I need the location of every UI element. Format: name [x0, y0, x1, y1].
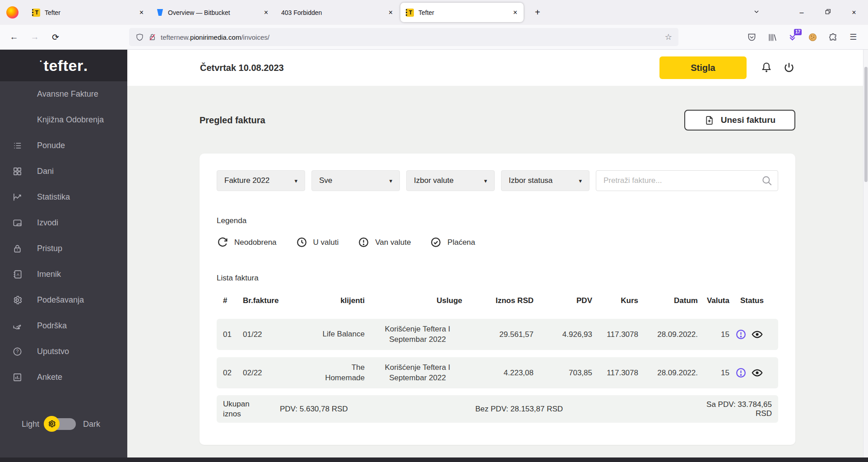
- add-invoice-button[interactable]: Unesi fakturu: [684, 110, 795, 131]
- sidebar-item-podesavanja[interactable]: Podešavanja: [0, 287, 127, 313]
- status-exclamation-icon[interactable]: [735, 367, 747, 379]
- currency-filter-dropdown[interactable]: Izbor valute ▾: [406, 170, 495, 191]
- list-all-tabs-icon[interactable]: [752, 8, 761, 17]
- menu-icon[interactable]: ☰: [846, 30, 860, 44]
- notifications-bell-icon[interactable]: [760, 61, 773, 74]
- sun-gear-icon: [47, 420, 56, 428]
- sidebar-item-label: Dani: [37, 167, 54, 176]
- sidebar-item-podrska[interactable]: Podrška: [0, 313, 127, 339]
- view-eye-icon[interactable]: [751, 367, 763, 379]
- tab-close-icon[interactable]: ×: [262, 8, 270, 17]
- tab-close-icon[interactable]: ×: [138, 8, 145, 17]
- sidebar-item-knjizna-odobrenja[interactable]: Knjižna Odobrenja: [0, 107, 127, 133]
- url-text[interactable]: tefternew.pionirimedia.com/invoices/: [161, 33, 269, 41]
- downloads-icon[interactable]: 17: [785, 30, 799, 44]
- sidebar-item-label: Pristup: [37, 244, 62, 253]
- sidebar-item-pristup[interactable]: Pristup: [0, 236, 127, 261]
- chevron-down-icon: ▾: [484, 177, 487, 184]
- scrollbar-thumb[interactable]: [864, 67, 868, 182]
- logout-power-icon[interactable]: [783, 61, 795, 74]
- new-tab-button[interactable]: +: [531, 5, 544, 19]
- sidebar-item-izvodi[interactable]: Izvodi: [0, 210, 127, 236]
- tab-tefter-1[interactable]: T Tefter ×: [27, 3, 150, 22]
- theme-dark-label: Dark: [83, 420, 100, 429]
- reload-button[interactable]: ⟳: [48, 29, 63, 45]
- tab-close-icon[interactable]: ×: [511, 8, 519, 17]
- sync-icon: [217, 236, 229, 248]
- sidebar: ·tefter. Avansne Fakture Knjižna Odobren…: [0, 50, 127, 457]
- chevron-down-icon: ▾: [389, 177, 392, 184]
- window-restore-button[interactable]: [823, 8, 833, 17]
- support-hand-icon: [12, 321, 23, 331]
- tab-403-forbidden[interactable]: 403 Forbidden ×: [276, 3, 399, 22]
- svg-text:A: A: [16, 272, 19, 277]
- grid-icon: [12, 166, 23, 177]
- tab-title: Tefter: [45, 9, 133, 16]
- status-filter-dropdown[interactable]: Izbor statusa ▾: [501, 170, 589, 191]
- insecure-lock-icon[interactable]: [148, 33, 157, 42]
- sidebar-item-ponude[interactable]: Ponude: [0, 133, 127, 159]
- page-scrollbar[interactable]: [863, 50, 868, 457]
- sidebar-item-imenik[interactable]: A Imenik: [0, 261, 127, 287]
- totals-bez-pdv: Bez PDV: 28.153,87 RSD: [475, 405, 692, 414]
- tab-title: 403 Forbidden: [281, 9, 382, 16]
- theme-light-label: Light: [22, 420, 39, 429]
- window-controls: – ×: [752, 8, 868, 17]
- sidebar-item-uputstvo[interactable]: ? Uputstvo: [0, 339, 127, 364]
- url-bar[interactable]: tefternew.pionirimedia.com/invoices/ ☆: [129, 28, 678, 46]
- pocket-icon[interactable]: [745, 30, 758, 44]
- stigla-button[interactable]: Stigla: [659, 56, 747, 79]
- legend-item-van-valute: Van valute: [357, 236, 411, 248]
- sidebar-item-statistika[interactable]: Statistika: [0, 184, 127, 210]
- bookmark-star-icon[interactable]: ☆: [665, 32, 672, 42]
- legend-item-neodobrena: Neodobrena: [217, 236, 277, 248]
- clock-icon: [296, 236, 308, 248]
- sidebar-item-label: Ankete: [37, 373, 62, 382]
- main-content: Četvrtak 10.08.2023 Stigla Pregled faktu…: [127, 50, 868, 457]
- view-eye-icon[interactable]: [751, 328, 763, 341]
- lock-icon: [12, 243, 23, 254]
- tab-close-icon[interactable]: ×: [387, 8, 395, 17]
- back-button[interactable]: ←: [6, 29, 22, 45]
- sidebar-item-label: Izvodi: [37, 218, 58, 228]
- firefox-logo-icon: [6, 6, 19, 19]
- tab-tefter-active[interactable]: T Tefter ×: [400, 3, 524, 22]
- forward-button[interactable]: →: [27, 29, 42, 45]
- sidebar-item-avansne-fakture[interactable]: Avansne Fakture: [0, 81, 127, 107]
- tab-title: Tefter: [418, 9, 507, 16]
- page-title: Pregled faktura: [200, 115, 265, 126]
- chevron-down-icon: ▾: [294, 177, 297, 184]
- app-header: Četvrtak 10.08.2023 Stigla: [127, 50, 868, 86]
- tab-bitbucket[interactable]: Overview — Bitbucket ×: [151, 3, 274, 22]
- chevron-down-icon: ▾: [579, 177, 582, 184]
- client-filter-dropdown[interactable]: Sve ▾: [311, 170, 400, 191]
- theme-toggle-pill[interactable]: [46, 418, 76, 430]
- theme-toggle[interactable]: Light Dark: [0, 418, 100, 430]
- search-input[interactable]: [596, 170, 778, 191]
- filters-row: Fakture 2022 ▾ Sve ▾ Izbor valute ▾ Izbo…: [217, 170, 778, 191]
- blank-icon: [12, 115, 23, 126]
- tefter-logo: ·tefter.: [0, 50, 127, 81]
- wallet-icon: [12, 218, 23, 229]
- bottom-dark-strip: [0, 457, 868, 462]
- sidebar-item-ankete[interactable]: Ankete: [0, 364, 127, 390]
- year-filter-dropdown[interactable]: Fakture 2022 ▾: [217, 170, 305, 191]
- sidebar-item-label: Avansne Fakture: [37, 89, 98, 99]
- sidebar-item-label: Uputstvo: [37, 347, 69, 356]
- cookie-icon[interactable]: [806, 30, 819, 44]
- extensions-puzzle-icon[interactable]: [826, 30, 840, 44]
- add-invoice-label: Unesi fakturu: [721, 115, 775, 125]
- theme-toggle-knob[interactable]: [44, 416, 60, 432]
- totals-label: Ukupan iznos: [223, 399, 266, 419]
- status-exclamation-icon[interactable]: [735, 328, 747, 341]
- document-plus-icon: [704, 115, 715, 126]
- tracking-shield-icon[interactable]: [135, 33, 144, 42]
- library-icon[interactable]: [765, 30, 779, 44]
- legend-row: Neodobrena U valuti Van valute Plaćena: [217, 236, 778, 248]
- current-date: Četvrtak 10.08.2023: [200, 63, 284, 73]
- help-icon: ?: [12, 346, 23, 357]
- window-close-button[interactable]: ×: [849, 9, 859, 17]
- sidebar-item-dani[interactable]: Dani: [0, 159, 127, 184]
- totals-sa-pdv: Sa PDV: 33.784,65 RSD: [692, 400, 772, 418]
- window-minimize-button[interactable]: –: [797, 9, 807, 17]
